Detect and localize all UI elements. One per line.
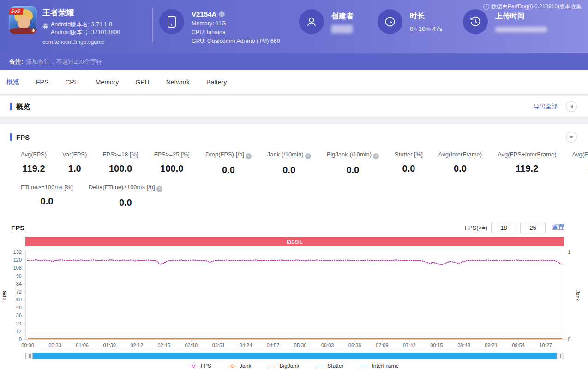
- android-version-name: Android版本名: 3.71.1.8: [51, 21, 120, 29]
- legend-item-InterFrame[interactable]: InterFrame: [360, 363, 399, 369]
- svg-text:0: 0: [19, 336, 22, 342]
- svg-text:60: 60: [16, 297, 22, 302]
- help-icon[interactable]: [373, 153, 379, 159]
- reset-link[interactable]: 重置: [552, 223, 564, 232]
- metric-item: BigJank (/10min)0.0: [319, 151, 387, 175]
- metric-item: Avg(FPS+InterFrame)119.2: [490, 151, 564, 175]
- android-icon: [42, 23, 48, 29]
- overview-title: 概览: [16, 102, 30, 111]
- svg-text:06:36: 06:36: [348, 342, 361, 348]
- legend-item-BigJank[interactable]: BigJank: [268, 363, 299, 369]
- collapse-panel-button[interactable]: [566, 101, 577, 112]
- metric-item: Delta(FTime)>100ms [/h]0.0: [81, 184, 170, 208]
- svg-text:03:18: 03:18: [185, 342, 198, 348]
- fps-chart-svg[interactable]: 012243648607284961081201321000:0000:3301…: [0, 246, 588, 352]
- device-info-icon[interactable]: [219, 11, 225, 17]
- help-icon[interactable]: [246, 153, 252, 159]
- icon-badge: 5v5: [9, 8, 24, 15]
- metric-value: 0.0: [267, 165, 311, 175]
- legend-item-FPS[interactable]: FPS: [189, 363, 211, 369]
- legend-item-Jank[interactable]: Jank: [228, 363, 251, 369]
- legend-swatch: [228, 366, 236, 366]
- metric-item: Stutter [%]0.0: [387, 151, 431, 175]
- tab-FPS[interactable]: FPS: [36, 78, 48, 86]
- svg-text:01:06: 01:06: [76, 342, 89, 348]
- metric-value: 100.0: [102, 163, 138, 174]
- device-info-block: V2154A Memory: 11G CPU: lahaina GPU: Qua…: [159, 9, 280, 44]
- svg-text:09:54: 09:54: [512, 342, 525, 348]
- chevron-down-icon: [570, 136, 573, 138]
- tab-Memory[interactable]: Memory: [96, 78, 119, 86]
- svg-text:04:57: 04:57: [267, 342, 280, 348]
- tab-Battery[interactable]: Battery: [206, 78, 227, 86]
- chart-scrollbar[interactable]: [25, 353, 564, 359]
- svg-text:06:03: 06:03: [321, 342, 334, 348]
- tab-Network[interactable]: Network: [166, 78, 190, 86]
- tab-GPU[interactable]: GPU: [135, 78, 149, 86]
- export-all-link[interactable]: 导出全部: [534, 102, 558, 111]
- legend-swatch: [360, 366, 369, 366]
- chevron-left-icon: [570, 105, 573, 108]
- collapse-fps-button[interactable]: [566, 132, 577, 143]
- help-icon[interactable]: [305, 153, 311, 159]
- metric-value: 0.0: [21, 196, 73, 207]
- metric-label: Delta(FTime)>100ms [/h]: [89, 184, 162, 192]
- duration-label: 时长: [410, 12, 443, 21]
- device-cpu: CPU: lahaina: [192, 29, 280, 36]
- fps-section-header: FPS: [0, 124, 588, 150]
- metric-label: FPS>=25 [%]: [154, 151, 190, 158]
- creator-block: 创建者: [299, 9, 354, 34]
- svg-text:02:12: 02:12: [130, 342, 143, 348]
- metric-value: 0.0: [89, 198, 162, 208]
- svg-text:96: 96: [16, 273, 22, 279]
- svg-text:FPS: FPS: [2, 291, 7, 300]
- scrollbar-right-handle[interactable]: [557, 353, 564, 359]
- fps-metrics-row-1: Avg(FPS)119.2Var(FPS)1.0FPS>=18 [%]100.0…: [13, 151, 588, 175]
- main-tabs: 概览FPSCPUMemoryGPUNetworkBattery: [0, 70, 588, 94]
- svg-text:0: 0: [568, 336, 570, 342]
- help-icon[interactable]: [156, 186, 162, 192]
- metric-item: Avg(InterFrame)0.0: [431, 151, 490, 175]
- overview-section-header: 概览 导出全部: [0, 96, 588, 117]
- notes-bar[interactable]: 备注: 添加备注，不超过200个字符: [0, 53, 588, 70]
- svg-text:00:33: 00:33: [48, 342, 61, 348]
- metric-item: Jank (/10min)0.0: [259, 151, 319, 175]
- legend-swatch: [189, 366, 198, 366]
- metric-item: Drop(FPS) [/h]0.0: [198, 151, 259, 175]
- metric-label: Avg(FTime) [ms]: [572, 151, 588, 158]
- legend-label: InterFrame: [372, 363, 399, 369]
- metric-label: Drop(FPS) [/h]: [205, 151, 252, 159]
- svg-text:00:00: 00:00: [21, 342, 34, 348]
- svg-text:04:24: 04:24: [240, 342, 252, 348]
- fps-section-title: FPS: [16, 133, 30, 141]
- scrollbar-left-handle[interactable]: [25, 353, 33, 359]
- legend-item-Stutter[interactable]: Stutter: [316, 363, 343, 369]
- metric-item: Avg(FTime) [ms]8.4: [564, 151, 588, 175]
- svg-text:07:09: 07:09: [376, 342, 389, 348]
- svg-text:08:15: 08:15: [430, 342, 443, 348]
- duration-block: 时长 0h 10m 47s: [378, 9, 443, 34]
- tab-概览[interactable]: 概览: [6, 78, 19, 86]
- tab-CPU[interactable]: CPU: [65, 78, 79, 86]
- legend-label: Stutter: [327, 363, 343, 369]
- upload-time-label: 上传时间: [495, 12, 547, 21]
- metric-value: 119.2: [21, 163, 47, 174]
- device-memory: Memory: 11G: [192, 20, 280, 27]
- fps-metrics-row-2: FTime>=100ms [%]0.0Delta(FTime)>100ms [/…: [13, 184, 588, 208]
- fps-chart-header: FPS FPS(>=) 重置: [11, 222, 564, 233]
- metric-value: 8.4: [572, 163, 588, 174]
- svg-text:Jank: Jank: [575, 290, 581, 301]
- game-info-block: 5v5 王者荣耀 Android版本名: 3.71.1.8 Android版本号…: [9, 6, 120, 45]
- metric-item: Var(FPS)1.0: [54, 151, 95, 175]
- svg-text:1: 1: [568, 249, 570, 255]
- svg-text:108: 108: [13, 265, 22, 270]
- metric-label: FTime>=100ms [%]: [21, 184, 73, 191]
- fps-threshold-input-1[interactable]: [491, 222, 516, 233]
- clock-icon: [378, 9, 402, 34]
- metric-label: FPS>=18 [%]: [102, 151, 138, 158]
- svg-text:02:45: 02:45: [158, 342, 171, 348]
- legend-label: BigJank: [279, 363, 299, 369]
- annotation-label: label1: [287, 238, 303, 245]
- fps-threshold-input-2[interactable]: [520, 222, 546, 233]
- metric-label: Var(FPS): [62, 151, 87, 158]
